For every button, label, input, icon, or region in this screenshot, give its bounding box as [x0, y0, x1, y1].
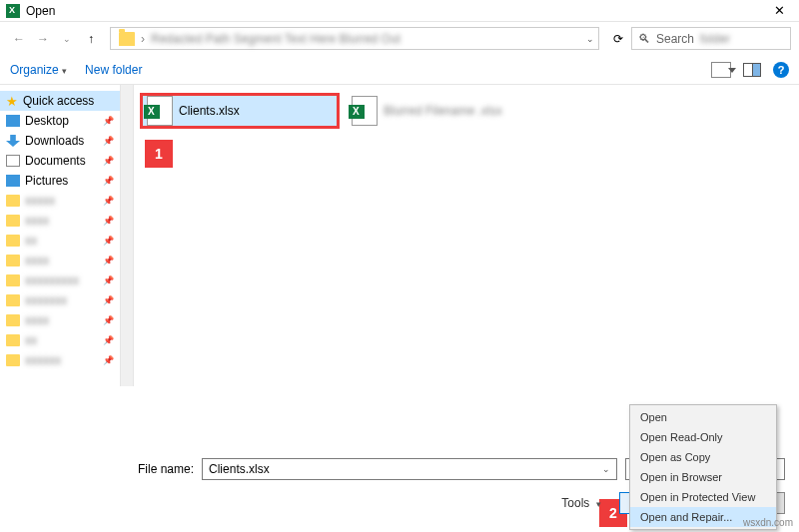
- nav-up[interactable]: ↑: [80, 28, 102, 50]
- preview-pane-toggle[interactable]: [743, 63, 761, 77]
- sidebar-folder[interactable]: xxxxxx📌: [0, 350, 120, 370]
- watermark: wsxdn.com: [743, 517, 793, 528]
- menu-open[interactable]: Open: [630, 407, 776, 427]
- window-title: Open: [26, 4, 55, 18]
- refresh-button[interactable]: ⟳: [607, 28, 629, 50]
- sidebar-folder[interactable]: xxxx📌: [0, 251, 120, 270]
- sidebar-downloads[interactable]: Downloads📌: [0, 131, 120, 151]
- path-segment: Redacted Path Segment Text Here Blurred …: [151, 32, 400, 46]
- search-input[interactable]: 🔍︎ Search folder: [631, 27, 791, 50]
- sidebar-documents[interactable]: Documents📌: [0, 151, 120, 171]
- navigation-pane: ★ Quick access Desktop📌 Downloads📌 Docum…: [0, 85, 120, 386]
- document-icon: [6, 155, 20, 167]
- new-folder-button[interactable]: New folder: [85, 63, 142, 77]
- filename-label: File name:: [138, 462, 194, 476]
- nav-forward[interactable]: →: [32, 28, 54, 50]
- desktop-icon: [6, 115, 20, 127]
- picture-icon: [6, 175, 20, 187]
- close-button[interactable]: ✕: [759, 0, 799, 22]
- menu-open-readonly[interactable]: Open Read-Only: [630, 427, 776, 447]
- download-icon: [6, 135, 20, 147]
- sidebar-pictures[interactable]: Pictures📌: [0, 171, 120, 191]
- file-item[interactable]: Blurred Filename .xlsx: [348, 93, 547, 129]
- search-icon: 🔍︎: [638, 32, 650, 46]
- sidebar-folder[interactable]: xxxxx📌: [0, 191, 120, 211]
- nav-back[interactable]: ←: [8, 28, 30, 50]
- sidebar-folder[interactable]: xxxx📌: [0, 310, 120, 330]
- menu-open-copy[interactable]: Open as Copy: [630, 447, 776, 467]
- sidebar-folder[interactable]: xxxxxxx📌: [0, 290, 120, 310]
- file-item-selected[interactable]: Clients.xlsx: [140, 93, 340, 129]
- open-dropdown-menu: Open Open Read-Only Open as Copy Open in…: [629, 404, 777, 530]
- xlsx-icon: [352, 96, 378, 126]
- file-name: Blurred Filename .xlsx: [384, 104, 502, 118]
- annotation-1: 1: [145, 140, 173, 168]
- xlsx-icon: [147, 96, 173, 126]
- scrollbar[interactable]: [120, 85, 134, 386]
- sidebar-folder[interactable]: xxxxxxxxx📌: [0, 270, 120, 290]
- excel-icon: [6, 4, 20, 18]
- sidebar-folder[interactable]: xxxx📌: [0, 211, 120, 231]
- menu-open-protected[interactable]: Open in Protected View: [630, 487, 776, 507]
- nav-recent[interactable]: ⌄: [56, 28, 78, 50]
- sidebar-quick-access[interactable]: ★ Quick access: [0, 91, 120, 111]
- sidebar-folder[interactable]: xx📌: [0, 330, 120, 350]
- star-icon: ★: [6, 94, 18, 109]
- file-list: Clients.xlsx Blurred Filename .xlsx: [134, 85, 799, 386]
- sidebar-desktop[interactable]: Desktop📌: [0, 111, 120, 131]
- folder-icon: [119, 32, 135, 46]
- pin-icon: 📌: [103, 116, 114, 126]
- organize-menu[interactable]: Organize ▾: [10, 63, 67, 77]
- file-name: Clients.xlsx: [179, 104, 240, 118]
- address-bar[interactable]: › Redacted Path Segment Text Here Blurre…: [110, 27, 599, 50]
- menu-open-browser[interactable]: Open in Browser: [630, 467, 776, 487]
- help-button[interactable]: ?: [773, 62, 789, 78]
- sidebar-folder[interactable]: xx📌: [0, 231, 120, 251]
- filename-input[interactable]: Clients.xlsx⌄: [202, 458, 617, 480]
- view-options[interactable]: [711, 62, 731, 78]
- tools-menu[interactable]: Tools ▾: [561, 496, 601, 510]
